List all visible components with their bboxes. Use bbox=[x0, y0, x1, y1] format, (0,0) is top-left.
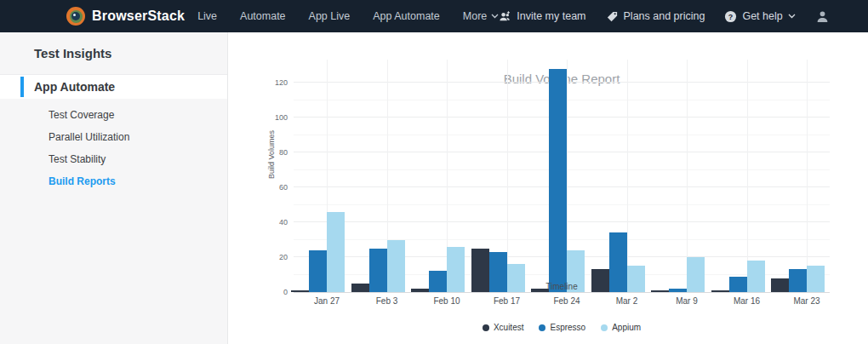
x-tick-label-feb-10: Feb 10 bbox=[433, 296, 460, 306]
bar-chart-plot: 020406080100120Jan 27Feb 3Feb 10Feb 17Fe… bbox=[294, 57, 830, 292]
sidebar-section-app-automate[interactable]: App Automate bbox=[0, 75, 227, 99]
legend-label-appium: Appium bbox=[612, 323, 641, 332]
legend-item-xcuitest[interactable]: Xcuitest bbox=[483, 323, 524, 332]
navbar-right: Invite my team Plans and pricing ? Get h… bbox=[499, 9, 829, 24]
more-label: More bbox=[463, 10, 487, 22]
chart-legend: XcuitestEspressoAppium bbox=[294, 323, 830, 332]
x-tick-label-mar-23: Mar 23 bbox=[793, 296, 819, 306]
get-help-menu[interactable]: ? Get help bbox=[724, 10, 795, 23]
legend-item-espresso[interactable]: Espresso bbox=[539, 323, 585, 332]
nav-link-live[interactable]: Live bbox=[197, 10, 217, 22]
sidebar-header: Test Insights bbox=[0, 32, 227, 75]
sidebar-title: Test Insights bbox=[34, 46, 111, 60]
x-tick-label-feb-17: Feb 17 bbox=[494, 296, 520, 306]
content-area: Test Insights App Automate Test Coverage… bbox=[0, 32, 868, 344]
svg-text:?: ? bbox=[728, 12, 733, 20]
y-tick-label-80: 80 bbox=[279, 148, 288, 157]
app-root: BrowserStack LiveAutomateApp LiveApp Aut… bbox=[0, 0, 868, 344]
account-avatar-icon[interactable] bbox=[815, 9, 830, 24]
x-tick-label-feb-24: Feb 24 bbox=[553, 296, 580, 306]
plans-pricing-label: Plans and pricing bbox=[624, 10, 705, 22]
sidebar-item-test-stability[interactable]: Test Stability bbox=[0, 148, 227, 170]
legend-marker-espresso bbox=[539, 324, 545, 331]
gridline-x-mar-16 bbox=[747, 60, 748, 292]
x-tick-label-mar-2: Mar 2 bbox=[616, 296, 638, 306]
x-tick-label-mar-9: Mar 9 bbox=[676, 296, 698, 306]
legend-label-espresso: Espresso bbox=[550, 323, 585, 332]
sidebar: Test Insights App Automate Test Coverage… bbox=[0, 32, 228, 344]
bar-group-jan-27 bbox=[291, 212, 345, 292]
invite-team-button[interactable]: Invite my team bbox=[499, 10, 585, 23]
active-section-indicator bbox=[20, 77, 24, 97]
sidebar-item-test-coverage[interactable]: Test Coverage bbox=[0, 104, 227, 126]
chevron-down-icon bbox=[788, 14, 796, 19]
y-tick-label-120: 120 bbox=[275, 78, 288, 87]
legend-marker-xcuitest bbox=[483, 324, 489, 331]
chevron-down-icon bbox=[491, 14, 499, 19]
sidebar-section-label: App Automate bbox=[34, 80, 115, 94]
bar-appium-jan-27[interactable] bbox=[327, 212, 345, 292]
invite-users-icon bbox=[499, 10, 511, 23]
primary-nav: LiveAutomateApp LiveApp AutomateMore bbox=[197, 10, 499, 22]
nav-link-automate[interactable]: Automate bbox=[240, 10, 286, 22]
top-navbar: BrowserStack LiveAutomateApp LiveApp Aut… bbox=[0, 0, 868, 32]
x-tick-label-mar-16: Mar 16 bbox=[734, 296, 760, 306]
y-tick-label-100: 100 bbox=[275, 113, 288, 122]
sidebar-item-build-reports[interactable]: Build Reports bbox=[0, 170, 227, 192]
main-panel: Build Volume Report Build Volumes 020406… bbox=[228, 32, 868, 344]
browserstack-logo-icon bbox=[66, 7, 85, 26]
x-tick-label-feb-3: Feb 3 bbox=[376, 296, 398, 306]
nav-link-app-automate[interactable]: App Automate bbox=[373, 10, 440, 22]
x-tick-label-jan-27: Jan 27 bbox=[314, 296, 340, 306]
brand-name: BrowserStack bbox=[92, 9, 185, 24]
price-tag-icon bbox=[606, 10, 619, 23]
gridline-x-mar-23 bbox=[807, 60, 808, 292]
help-circle-icon: ? bbox=[724, 10, 737, 23]
y-tick-label-0: 0 bbox=[283, 288, 288, 296]
nav-link-more-menu[interactable]: More bbox=[463, 10, 499, 22]
legend-item-appium[interactable]: Appium bbox=[601, 323, 641, 332]
legend-marker-appium bbox=[601, 324, 608, 331]
x-axis-line bbox=[294, 292, 830, 293]
sidebar-items: Test CoverageParallel UtilizationTest St… bbox=[0, 99, 227, 192]
get-help-label: Get help bbox=[742, 10, 782, 22]
bar-group-feb-24 bbox=[531, 69, 585, 292]
plans-pricing-button[interactable]: Plans and pricing bbox=[606, 10, 705, 23]
brand[interactable]: BrowserStack bbox=[66, 7, 185, 26]
y-tick-label-40: 40 bbox=[279, 218, 288, 226]
y-tick-label-60: 60 bbox=[279, 183, 288, 192]
legend-label-xcuitest: Xcuitest bbox=[494, 323, 524, 332]
y-tick-label-20: 20 bbox=[279, 253, 288, 261]
sidebar-item-parallel-utilization[interactable]: Parallel Utilization bbox=[0, 126, 227, 148]
nav-link-app-live[interactable]: App Live bbox=[309, 10, 351, 22]
bar-espresso-feb-24[interactable] bbox=[549, 69, 567, 292]
x-axis-title: Timeline bbox=[294, 282, 830, 291]
invite-team-label: Invite my team bbox=[517, 10, 585, 22]
y-axis-title: Build Volumes bbox=[267, 130, 276, 179]
